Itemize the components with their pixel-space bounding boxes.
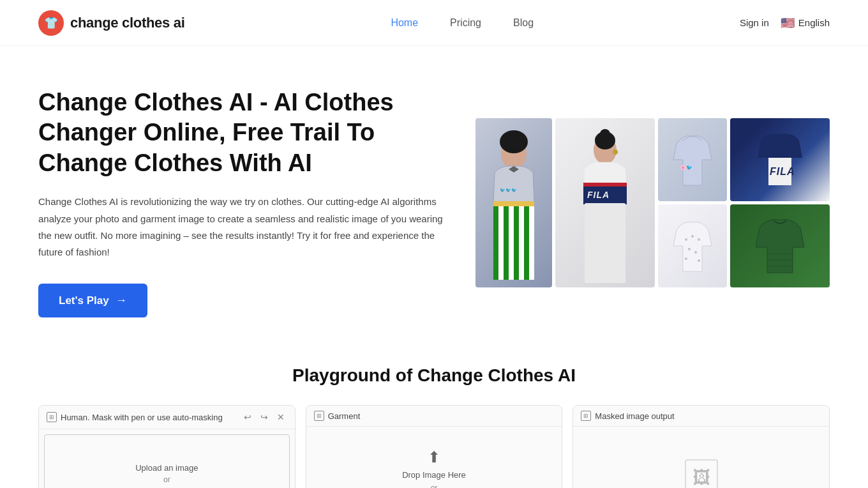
grid-icon2: ⊞ bbox=[317, 413, 322, 419]
woman-striped-svg: 🐦🐦🐦 bbox=[475, 128, 552, 287]
playground-section: Playground of Change Clothes AI ⊞ Human.… bbox=[0, 353, 868, 488]
svg-point-20 bbox=[685, 238, 687, 241]
svg-rect-6 bbox=[504, 203, 509, 280]
hero-content: Change Clothes AI - AI Clothes Changer O… bbox=[38, 88, 450, 318]
svg-text:FILA: FILA bbox=[770, 166, 795, 177]
human-panel-icon: ⊞ bbox=[47, 412, 57, 422]
fashion-image-woman-striped: 🐦🐦🐦 bbox=[475, 118, 552, 287]
logo-text: change clothes ai bbox=[70, 15, 185, 31]
dotted-top-svg bbox=[670, 217, 715, 275]
svg-rect-18 bbox=[583, 183, 627, 187]
cta-button-label: Let's Play bbox=[59, 294, 109, 307]
nav-links: Home Pricing Blog bbox=[391, 17, 534, 29]
svg-text:🐦🐦🐦: 🐦🐦🐦 bbox=[500, 187, 517, 193]
sign-in-link[interactable]: Sign in bbox=[740, 17, 769, 28]
human-panel: ⊞ Human. Mask with pen or use auto-maski… bbox=[38, 405, 296, 488]
output-panel-header: ⊞ Masked image output bbox=[573, 406, 829, 427]
output-panel: ⊞ Masked image output 🖼 bbox=[572, 405, 830, 488]
cta-button[interactable]: Let's Play → bbox=[38, 284, 147, 317]
grid-icon: ⊞ bbox=[49, 414, 54, 420]
flag-icon: 🇺🇸 bbox=[781, 16, 795, 30]
human-panel-actions: ↩ ↪ ✕ bbox=[241, 411, 287, 423]
svg-point-24 bbox=[694, 251, 697, 254]
garment-panel-label-text: Garment bbox=[328, 411, 361, 421]
drop-or-text: - or - bbox=[426, 484, 442, 488]
output-image-icon: 🖼 bbox=[685, 459, 718, 489]
drop-main-text: Drop Image Here bbox=[402, 470, 466, 480]
human-upload-box[interactable]: Upload an image or select the draw tool … bbox=[44, 434, 290, 488]
svg-point-2 bbox=[500, 130, 528, 153]
grid-icon3: ⊞ bbox=[583, 413, 588, 419]
output-panel-icon: ⊞ bbox=[581, 411, 591, 421]
nav-blog[interactable]: Blog bbox=[513, 17, 534, 29]
green-sweater-svg bbox=[754, 215, 805, 276]
upload-icon: ⬆ bbox=[428, 448, 440, 466]
fashion-image-woman-fila: FILA bbox=[555, 118, 655, 287]
playground-title: Playground of Change Clothes AI bbox=[38, 365, 830, 386]
svg-rect-8 bbox=[524, 203, 529, 280]
svg-rect-5 bbox=[493, 203, 498, 280]
fashion-image-dotted-top bbox=[658, 204, 727, 287]
output-image-area: 🖼 bbox=[573, 427, 829, 488]
svg-text:FILA: FILA bbox=[587, 190, 610, 200]
fashion-image-fila-shirt: FILA bbox=[730, 118, 830, 201]
close-human-button[interactable]: ✕ bbox=[274, 411, 287, 423]
upload-main-text: Upload an image bbox=[135, 463, 198, 473]
nav-pricing[interactable]: Pricing bbox=[450, 17, 481, 29]
hero-description: Change Clothes AI is revolutionizing the… bbox=[38, 194, 450, 261]
garment-panel-icon: ⊞ bbox=[314, 411, 324, 421]
garment-drop-zone[interactable]: ⬆ Drop Image Here - or - Click to Upload bbox=[306, 427, 562, 488]
human-panel-label-text: Human. Mask with pen or use auto-masking bbox=[61, 413, 223, 422]
language-label: English bbox=[798, 17, 830, 28]
svg-point-22 bbox=[698, 238, 700, 241]
language-selector[interactable]: 🇺🇸 English bbox=[781, 16, 830, 30]
svg-point-21 bbox=[691, 235, 694, 238]
nav-right: Sign in 🇺🇸 English bbox=[740, 16, 830, 30]
svg-point-15 bbox=[613, 149, 618, 155]
fila-shirt-svg: FILA bbox=[754, 129, 805, 190]
svg-point-25 bbox=[685, 257, 687, 260]
svg-point-23 bbox=[688, 248, 691, 250]
hero-images: 🌸🐦 🐦🐦🐦 bbox=[475, 118, 830, 287]
redo-button[interactable]: ↪ bbox=[258, 411, 271, 423]
svg-text:🌸🐦: 🌸🐦 bbox=[680, 164, 692, 171]
nav-home[interactable]: Home bbox=[391, 17, 418, 29]
svg-rect-9 bbox=[493, 201, 534, 206]
hero-section: Change Clothes AI - AI Clothes Changer O… bbox=[0, 46, 868, 353]
fashion-image-blouse: 🌸🐦 bbox=[658, 118, 727, 201]
hero-title: Change Clothes AI - AI Clothes Changer O… bbox=[38, 88, 450, 179]
svg-point-26 bbox=[698, 259, 700, 262]
garment-panel: ⊞ Garment ⬆ Drop Image Here - or - Click… bbox=[306, 405, 563, 488]
svg-rect-19 bbox=[585, 203, 625, 283]
woman-fila-svg: FILA bbox=[567, 128, 643, 287]
logo-icon: 👕 bbox=[38, 10, 64, 36]
logo[interactable]: 👕 change clothes ai bbox=[38, 10, 185, 36]
upload-or-text: or bbox=[163, 475, 170, 484]
undo-button[interactable]: ↩ bbox=[241, 411, 254, 423]
human-panel-label: ⊞ Human. Mask with pen or use auto-maski… bbox=[47, 412, 223, 422]
garment-panel-header: ⊞ Garment bbox=[306, 406, 562, 427]
logo-shirt-icon: 👕 bbox=[44, 16, 58, 30]
human-panel-header: ⊞ Human. Mask with pen or use auto-maski… bbox=[39, 406, 295, 429]
arrow-right-icon: → bbox=[116, 294, 127, 307]
output-panel-label-text: Masked image output bbox=[595, 411, 674, 421]
output-panel-label: ⊞ Masked image output bbox=[581, 411, 674, 421]
garment-panel-label: ⊞ Garment bbox=[314, 411, 361, 421]
svg-point-14 bbox=[600, 129, 610, 139]
navbar: 👕 change clothes ai Home Pricing Blog Si… bbox=[0, 0, 868, 46]
fashion-image-green-sweater bbox=[730, 204, 830, 287]
blouse-svg: 🌸🐦 bbox=[670, 131, 715, 188]
playground-panels: ⊞ Human. Mask with pen or use auto-maski… bbox=[38, 405, 830, 488]
svg-rect-7 bbox=[514, 203, 519, 280]
